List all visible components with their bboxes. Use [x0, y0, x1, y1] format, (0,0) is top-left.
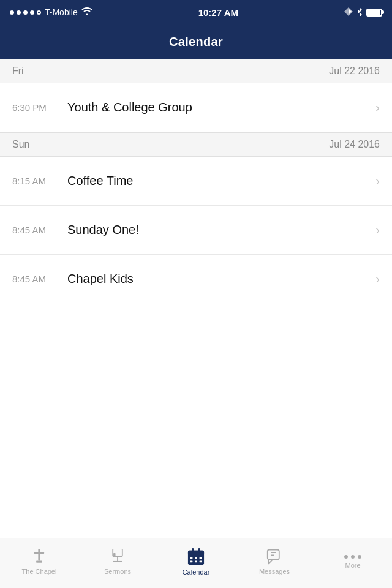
event-title-coffee: Coffee Time — [67, 174, 369, 188]
more-dot-2 — [351, 555, 355, 559]
wifi-icon — [81, 7, 92, 17]
calendar-content: Fri Jul 22 2016 6:30 PM Youth & College … — [0, 59, 392, 538]
battery-icon — [366, 9, 382, 17]
status-time: 10:27 AM — [198, 7, 238, 18]
day-header-fri: Fri Jul 22 2016 — [0, 59, 392, 83]
signal-dot-5 — [37, 10, 41, 15]
tab-more[interactable]: More — [314, 538, 392, 588]
carrier-label: T-Mobile — [45, 7, 78, 17]
tab-sermons[interactable]: Sermons — [78, 538, 157, 588]
svg-rect-10 — [198, 548, 200, 552]
tab-the-chapel[interactable]: The Chapel — [0, 538, 78, 588]
event-title-youth-college: Youth & College Group — [67, 100, 369, 115]
day-header-sun: Sun Jul 24 2016 — [0, 132, 392, 157]
status-bar: T-Mobile 10:27 AM — [0, 0, 392, 24]
tab-label-more: More — [345, 562, 360, 569]
chevron-sunday-one: › — [375, 223, 380, 237]
svg-rect-12 — [195, 557, 197, 559]
tab-label-calendar: Calendar — [183, 568, 210, 576]
chevron-coffee: › — [375, 174, 380, 188]
chevron-chapel-kids: › — [375, 272, 380, 286]
event-title-chapel-kids: Chapel Kids — [67, 272, 369, 286]
tab-label-the-chapel: The Chapel — [22, 568, 57, 575]
svg-rect-11 — [190, 557, 193, 559]
event-time-coffee: 8:15 AM — [12, 176, 67, 186]
status-right — [344, 7, 382, 18]
messages-icon — [266, 549, 282, 565]
event-time-chapel-kids: 8:45 AM — [12, 274, 67, 284]
svg-rect-8 — [188, 551, 204, 555]
chevron-youth-college: › — [375, 100, 380, 115]
event-row-chapel-kids[interactable]: 8:45 AM Chapel Kids › — [0, 255, 392, 303]
day-date-sun: Jul 24 2016 — [329, 139, 380, 150]
event-row-youth-college[interactable]: 6:30 PM Youth & College Group › — [0, 83, 392, 132]
more-dots-icon — [344, 555, 361, 559]
event-row-coffee-time[interactable]: 8:15 AM Coffee Time › — [0, 157, 392, 206]
signal-dot-4 — [30, 10, 34, 15]
day-date-fri: Jul 22 2016 — [329, 66, 380, 77]
svg-rect-18 — [271, 552, 276, 553]
svg-rect-16 — [200, 561, 202, 563]
signal-dot-2 — [17, 10, 21, 15]
svg-rect-14 — [190, 561, 193, 563]
tab-bar: The Chapel Sermons Calendar — [0, 538, 392, 588]
nav-header: Calendar — [0, 24, 392, 59]
day-name-sun: Sun — [12, 139, 29, 150]
signal-dot-1 — [10, 10, 14, 15]
svg-rect-15 — [195, 561, 197, 563]
event-time-sunday-one: 8:45 AM — [12, 225, 67, 235]
event-row-sunday-one[interactable]: 8:45 AM Sunday One! › — [0, 206, 392, 255]
day-name-fri: Fri — [12, 66, 24, 77]
signal-dot-3 — [23, 10, 28, 15]
page-title: Calendar — [169, 35, 223, 49]
svg-rect-2 — [36, 561, 42, 563]
calendar-icon — [187, 548, 205, 565]
bluetooth-icon — [356, 7, 363, 18]
event-title-sunday-one: Sunday One! — [67, 223, 369, 237]
tab-label-messages: Messages — [259, 568, 290, 575]
location-icon — [344, 7, 353, 18]
svg-rect-19 — [271, 555, 274, 556]
pulpit-icon — [110, 549, 126, 565]
status-left: T-Mobile — [10, 7, 92, 17]
more-dot-3 — [358, 555, 361, 559]
svg-rect-0 — [38, 549, 40, 561]
cross-icon — [31, 549, 47, 565]
event-time-youth-college: 6:30 PM — [12, 102, 67, 113]
svg-rect-17 — [268, 550, 279, 560]
svg-rect-1 — [34, 552, 44, 554]
svg-rect-5 — [113, 553, 115, 556]
svg-rect-13 — [200, 557, 202, 559]
battery-fill — [368, 10, 380, 15]
tab-label-sermons: Sermons — [104, 568, 131, 575]
tab-calendar[interactable]: Calendar — [157, 538, 235, 588]
tab-messages[interactable]: Messages — [235, 538, 314, 588]
more-dot-1 — [344, 555, 348, 559]
svg-rect-9 — [192, 548, 194, 552]
signal-dots — [10, 10, 41, 15]
